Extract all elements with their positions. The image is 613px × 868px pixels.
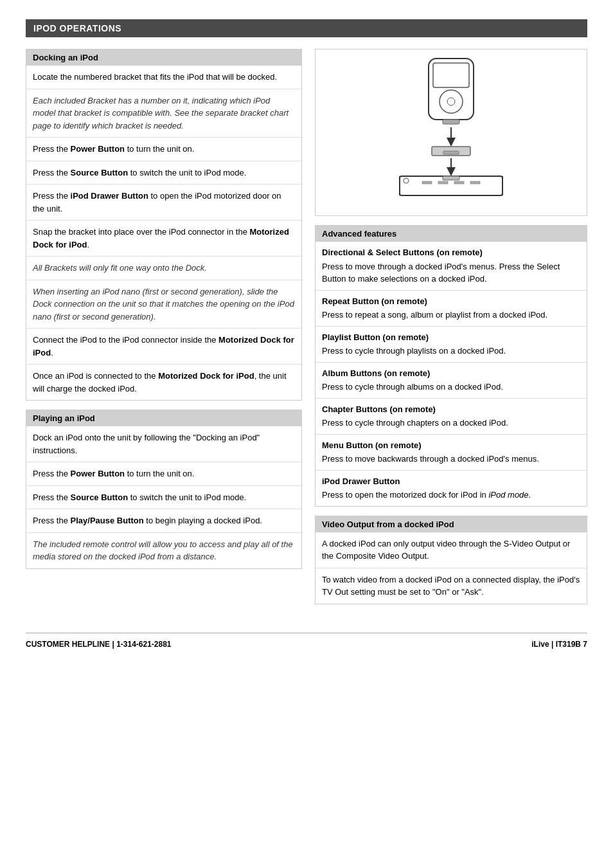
- docking-section-title: Docking an iPod: [26, 50, 301, 66]
- docking-item-8: When inserting an iPod nano (first or se…: [26, 280, 301, 329]
- adv-item-repeat: Repeat Button (on remote) Press to repea…: [315, 291, 587, 327]
- video-item-1: A docked iPod can only output video thro…: [315, 532, 587, 568]
- video-item-2: To watch video from a docked iPod on a c…: [315, 568, 587, 604]
- playing-item-5: The included remote control will allow y…: [26, 533, 301, 568]
- svg-marker-10: [447, 167, 456, 176]
- svg-rect-14: [454, 181, 464, 184]
- docking-item-7: All Brackets will only fit one way onto …: [26, 257, 301, 280]
- adv-item-chapter-title: Chapter Buttons (on remote): [322, 403, 580, 416]
- docking-section-content: Locate the numbered bracket that fits th…: [26, 66, 301, 400]
- adv-item-playlist: Playlist Button (on remote) Press to cyc…: [315, 327, 587, 363]
- page-footer: CUSTOMER HELPLINE | 1-314-621-2881 iLive…: [26, 633, 587, 649]
- footer-left: CUSTOMER HELPLINE | 1-314-621-2881: [26, 640, 172, 649]
- adv-item-playlist-title: Playlist Button (on remote): [322, 331, 580, 344]
- adv-item-album: Album Buttons (on remote) Press to cycle…: [315, 363, 587, 399]
- docking-section: Docking an iPod Locate the numbered brac…: [26, 49, 302, 401]
- playing-item-3: Press the Source Button to switch the un…: [26, 486, 301, 510]
- svg-point-2: [440, 90, 463, 113]
- adv-item-directional-title: Directional & Select Buttons (on remote): [322, 246, 580, 259]
- svg-rect-0: [429, 59, 474, 120]
- docking-item-1: Locate the numbered bracket that fits th…: [26, 66, 301, 89]
- docking-item-5: Press the iPod Drawer Button to open the…: [26, 185, 301, 221]
- docking-item-4: Press the Source Button to switch the un…: [26, 161, 301, 185]
- right-column: Advanced features Directional & Select B…: [315, 49, 587, 613]
- docking-item-10: Once an iPod is connected to the Motoriz…: [26, 365, 301, 400]
- svg-rect-16: [443, 176, 459, 180]
- adv-item-ipod-drawer-title: iPod Drawer Button: [322, 475, 580, 488]
- svg-rect-8: [443, 151, 459, 154]
- docking-item-6: Snap the bracket into place over the iPo…: [26, 221, 301, 257]
- ipod-diagram-area: [315, 49, 587, 216]
- main-layout: Docking an iPod Locate the numbered brac…: [26, 49, 587, 613]
- svg-rect-1: [433, 63, 469, 87]
- adv-item-directional: Directional & Select Buttons (on remote)…: [315, 242, 587, 291]
- playing-section-title: Playing an iPod: [26, 410, 301, 426]
- svg-point-19: [404, 178, 409, 183]
- playing-section: Playing an iPod Dock an iPod onto the un…: [26, 410, 302, 569]
- adv-item-album-title: Album Buttons (on remote): [322, 367, 580, 380]
- docking-item-2: Each included Bracket has a number on it…: [26, 89, 301, 138]
- playing-item-1: Dock an iPod onto the unit by following …: [26, 426, 301, 462]
- video-output-title: Video Output from a docked iPod: [315, 516, 587, 532]
- docking-item-3: Press the Power Button to turn the unit …: [26, 138, 301, 161]
- page-header: IPOD OPERATIONS: [26, 19, 587, 37]
- adv-item-ipod-drawer: iPod Drawer Button Press to open the mot…: [315, 471, 587, 506]
- docking-item-9: Connect the iPod to the iPod connector i…: [26, 329, 301, 365]
- adv-item-menu: Menu Button (on remote) Press to move ba…: [315, 435, 587, 471]
- svg-rect-12: [422, 181, 432, 184]
- video-output-content: A docked iPod can only output video thro…: [315, 532, 587, 604]
- svg-marker-6: [447, 138, 456, 147]
- playing-section-content: Dock an iPod onto the unit by following …: [26, 426, 301, 568]
- playing-item-4: Press the Play/Pause Button to begin pla…: [26, 509, 301, 533]
- svg-rect-15: [470, 181, 480, 184]
- footer-right: iLive | IT319B 7: [531, 640, 587, 649]
- advanced-features-title: Advanced features: [315, 226, 587, 242]
- video-output-section: Video Output from a docked iPod A docked…: [315, 516, 587, 604]
- svg-rect-4: [443, 120, 459, 124]
- left-column: Docking an iPod Locate the numbered brac…: [26, 49, 302, 613]
- adv-item-repeat-title: Repeat Button (on remote): [322, 295, 580, 308]
- adv-item-chapter: Chapter Buttons (on remote) Press to cyc…: [315, 399, 587, 435]
- page-title: IPOD OPERATIONS: [33, 23, 121, 33]
- svg-rect-13: [438, 181, 448, 184]
- advanced-features-section: Advanced features Directional & Select B…: [315, 225, 587, 507]
- svg-point-3: [447, 98, 455, 105]
- ipod-diagram-svg: [380, 55, 522, 210]
- adv-item-menu-title: Menu Button (on remote): [322, 439, 580, 452]
- playing-item-2: Press the Power Button to turn the unit …: [26, 462, 301, 486]
